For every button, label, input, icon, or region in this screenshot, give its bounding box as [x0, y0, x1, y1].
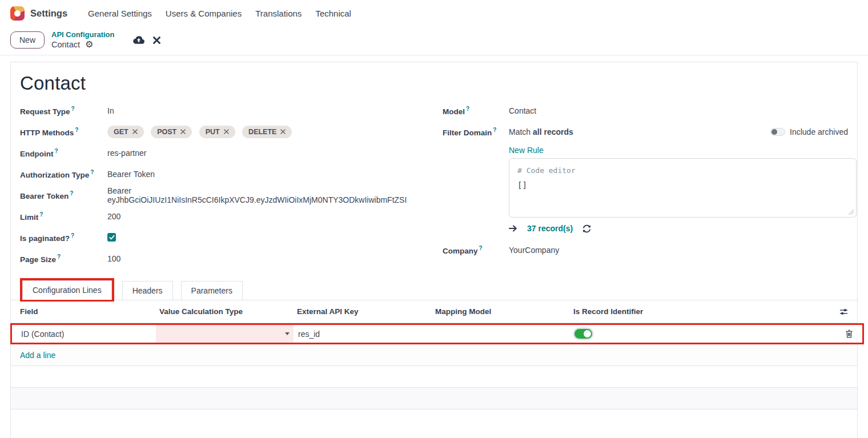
code-editor-placeholder: # Code editor [517, 166, 848, 175]
help-icon: ? [493, 127, 496, 133]
column-header-field: Field [11, 307, 155, 316]
field-label-limit: Limit? [20, 211, 107, 222]
company-field[interactable]: YourCompany [509, 246, 559, 255]
control-panel: New API Configuration Contact ⚙ [0, 26, 868, 55]
new-rule-link[interactable]: New Rule [509, 146, 544, 155]
help-icon: ? [71, 232, 74, 239]
top-navbar: Settings General Settings Users & Compan… [0, 0, 868, 26]
field-label-page-size: Page Size? [20, 254, 107, 264]
arrow-right-icon [509, 225, 517, 232]
column-header-is-record-identifier: Is Record Identifier [569, 307, 833, 316]
tab-headers[interactable]: Headers [122, 281, 173, 300]
tag-remove-icon [224, 129, 229, 134]
notebook-tabs: Configuration Lines Headers Parameters [11, 278, 857, 300]
empty-area [11, 409, 857, 438]
help-icon: ? [75, 127, 78, 133]
cell-external-api-key[interactable]: res_id [294, 325, 432, 343]
cell-mapping-model[interactable] [432, 325, 570, 343]
menu-translations[interactable]: Translations [248, 5, 308, 22]
field-label-bearer-token: Bearer Token? [20, 190, 107, 200]
http-method-tag-post[interactable]: POST [151, 126, 192, 138]
help-icon: ? [57, 254, 61, 260]
gear-icon[interactable]: ⚙ [85, 40, 93, 49]
model-field[interactable]: Contact [509, 106, 536, 115]
field-label-authorization-type: Authorization Type? [20, 169, 107, 179]
annotation-box-table-row: ID (Contact) res_id [10, 323, 864, 344]
field-label-company: Company? [443, 245, 509, 255]
chevron-down-icon [285, 332, 290, 335]
include-archived-toggle[interactable] [770, 128, 785, 136]
field-label-http-methods: HTTP Methods? [20, 127, 107, 137]
help-icon: ? [466, 106, 469, 112]
domain-code-editor[interactable]: # Code editor [] [509, 158, 857, 218]
authorization-type-field[interactable]: Bearer Token [107, 170, 155, 179]
cell-field[interactable]: ID (Contact) [12, 325, 156, 343]
breadcrumb: API Configuration Contact ⚙ [51, 30, 115, 50]
cell-is-record-identifier [570, 325, 834, 343]
form-right-column: Model? Contact Filter Domain? Match all … [443, 100, 848, 269]
odoo-settings-logo-icon[interactable] [10, 6, 25, 21]
http-method-tag-delete[interactable]: DELETE [242, 126, 292, 138]
column-header-external-api-key: External API Key [292, 307, 431, 316]
discard-close-icon[interactable] [153, 37, 160, 44]
field-label-request-type: Request Type? [20, 106, 107, 116]
tag-remove-icon [132, 129, 138, 134]
help-icon: ? [39, 211, 43, 218]
request-type-field[interactable]: In [107, 106, 114, 115]
help-icon: ? [54, 148, 58, 154]
record-title[interactable]: Contact [20, 73, 848, 94]
table-row: ID (Contact) res_id [12, 325, 862, 343]
breadcrumb-current: Contact [51, 39, 80, 50]
field-label-endpoint: Endpoint? [20, 148, 107, 158]
add-a-line-link[interactable]: Add a line [20, 351, 55, 360]
form-grid: Request Type? In HTTP Methods? GET POST … [20, 100, 848, 269]
app-name: Settings [30, 8, 67, 19]
http-method-tag-put[interactable]: PUT [199, 126, 235, 138]
limit-field[interactable]: 200 [107, 212, 120, 221]
column-header-value-calculation-type: Value Calculation Type [155, 307, 292, 316]
http-method-tag-get[interactable]: GET [107, 126, 144, 138]
help-icon: ? [479, 245, 483, 251]
breadcrumb-parent-link[interactable]: API Configuration [51, 30, 115, 39]
new-button[interactable]: New [10, 31, 45, 49]
help-icon: ? [90, 169, 94, 175]
tag-remove-icon [280, 129, 286, 134]
menu-users-companies[interactable]: Users & Companies [159, 5, 248, 22]
form-sheet: Contact Request Type? In HTTP Methods? G… [10, 62, 858, 438]
menu-general-settings[interactable]: General Settings [81, 5, 159, 22]
table-header-row: Field Value Calculation Type External AP… [11, 300, 857, 323]
bearer-token-field[interactable]: Bearer eyJhbGciOiJIUzI1NiIsInR5cCI6IkpXV… [107, 186, 425, 204]
form-left-column: Request Type? In HTTP Methods? GET POST … [20, 100, 425, 269]
tab-parameters[interactable]: Parameters [181, 281, 243, 300]
empty-row [11, 366, 857, 388]
add-line-row: Add a line [11, 344, 857, 366]
refresh-icon[interactable] [582, 224, 591, 233]
record-count-link[interactable]: 37 record(s) [527, 224, 573, 233]
http-methods-field[interactable]: GET POST PUT DELETE [107, 126, 296, 138]
tag-remove-icon [180, 129, 186, 134]
save-cloud-icon[interactable] [133, 35, 144, 45]
cell-value-calculation-type-dropdown[interactable] [156, 325, 294, 343]
is-record-identifier-toggle[interactable] [574, 329, 592, 339]
field-label-is-paginated: Is paginated?? [20, 232, 107, 243]
annotation-box-active-tab: Configuration Lines [20, 278, 114, 302]
page-size-field[interactable]: 100 [107, 254, 120, 263]
code-editor-value: [] [517, 180, 848, 190]
optional-columns-sliders-icon[interactable] [839, 308, 848, 316]
endpoint-field[interactable]: res-partner [107, 148, 146, 158]
help-icon: ? [71, 106, 75, 112]
delete-row-trash-icon[interactable] [845, 329, 853, 338]
column-header-mapping-model: Mapping Model [431, 307, 569, 316]
domain-match-text: Match all records [509, 127, 573, 136]
field-label-filter-domain: Filter Domain? [443, 127, 509, 137]
empty-row [11, 388, 857, 409]
resize-handle[interactable] [848, 209, 854, 215]
help-icon: ? [70, 190, 73, 196]
is-paginated-checkbox[interactable] [107, 233, 116, 242]
tab-configuration-lines[interactable]: Configuration Lines [22, 280, 112, 300]
include-archived-label: Include archived [790, 127, 848, 136]
field-label-model: Model? [443, 106, 509, 116]
menu-technical[interactable]: Technical [308, 5, 358, 22]
